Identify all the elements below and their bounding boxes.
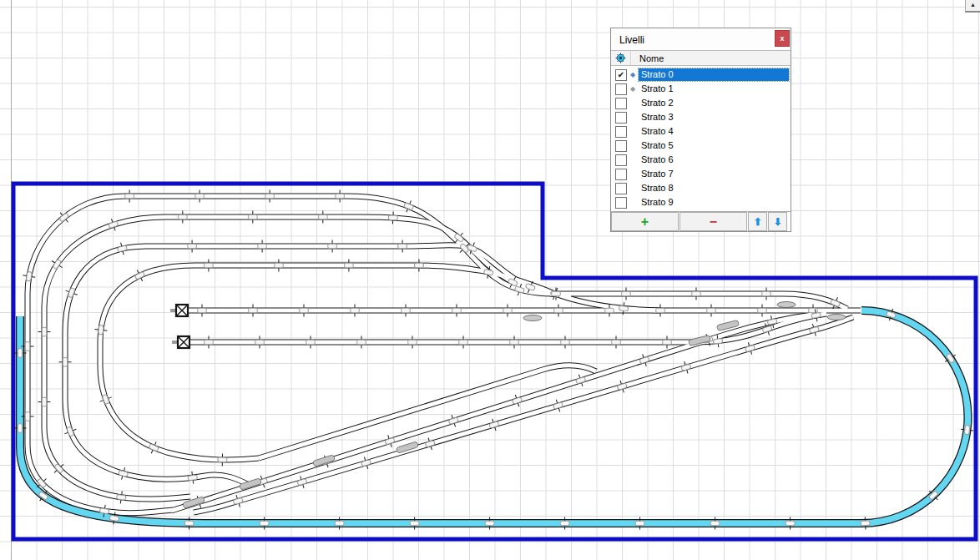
rail-joint [425, 441, 435, 447]
layer-visible-checkbox[interactable] [615, 126, 627, 138]
rail-joint [552, 291, 561, 296]
layer-row-strato-5[interactable]: Strato 5 [611, 139, 791, 153]
track-accessory-marker [523, 315, 542, 321]
layer-row-strato-4[interactable]: Strato 4 [611, 124, 791, 139]
eye-icon [615, 53, 626, 63]
visibility-column-cell [611, 51, 631, 65]
rail-joint [489, 421, 499, 428]
scroll-up-button[interactable]: ▲ [965, 0, 980, 13]
rail-joint [811, 312, 821, 318]
rail-joint [656, 308, 665, 313]
layer-name[interactable]: Strato 9 [639, 196, 789, 209]
rail-joint [274, 263, 283, 268]
layer-name[interactable]: Strato 1 [639, 83, 789, 95]
diamond-blue-icon: ◆ [627, 69, 639, 81]
rail-joint [619, 305, 628, 311]
layer-row-strato-1[interactable]: ◆Strato 1 [611, 82, 791, 96]
layer-visible-checkbox[interactable] [615, 98, 627, 109]
rail-joint [414, 263, 423, 268]
buffer-stop[interactable] [170, 305, 188, 316]
rail-joint [109, 221, 119, 229]
layer-name[interactable]: Strato 8 [639, 182, 789, 194]
rail-joint [635, 521, 644, 526]
rail-joint [388, 215, 397, 220]
rail-joint [42, 397, 47, 406]
rail-joint [184, 521, 194, 526]
rail-joint [639, 356, 649, 364]
rail-joint [198, 308, 207, 313]
rail-joint [681, 364, 691, 371]
layer-name[interactable]: Strato 3 [639, 111, 789, 124]
rail-joint [707, 308, 716, 313]
rail-joint [561, 340, 570, 345]
rail-joint [861, 521, 870, 526]
rail-joint [692, 291, 701, 296]
rail-joint [605, 308, 614, 313]
rail-joint [25, 342, 30, 351]
rail-joint [452, 308, 462, 313]
track-plan-canvas[interactable] [0, 0, 980, 560]
rail-joint [617, 383, 627, 390]
rail-joint [745, 345, 755, 351]
layer-row-strato-3[interactable]: Strato 3 [611, 110, 791, 124]
name-column-header[interactable]: Nome [631, 53, 664, 63]
rail-joint [964, 425, 970, 435]
layer-name[interactable]: Strato 5 [639, 139, 789, 152]
rail-joint [328, 244, 337, 249]
layer-name[interactable]: Strato 7 [639, 168, 789, 180]
remove-layer-button[interactable]: − [679, 212, 747, 231]
layer-row-strato-6[interactable]: Strato 6 [611, 153, 791, 167]
layer-row-strato-8[interactable]: Strato 8 [611, 181, 791, 195]
rail-joint [63, 357, 68, 366]
rail-joint [946, 353, 955, 363]
rail-joint [357, 340, 366, 345]
rail-joint [18, 349, 23, 358]
layer-name[interactable]: Strato 4 [639, 125, 789, 138]
layer-name[interactable]: Strato 6 [639, 154, 789, 166]
layers-panel: Livelli x Nome ✔◆Strato 0◆Strato 1Strato… [610, 28, 791, 232]
rail-joint [560, 521, 569, 526]
panel-title: Livelli [619, 34, 644, 46]
layer-row-strato-9[interactable]: Strato 9 [611, 195, 791, 209]
move-layer-down-button[interactable]: ⬇ [768, 212, 787, 231]
layer-visible-checkbox[interactable]: ✔ [615, 69, 627, 81]
layer-visible-checkbox[interactable] [615, 169, 627, 180]
rail-joint [758, 308, 767, 313]
rail-joint [18, 424, 23, 433]
close-button[interactable]: x [775, 30, 790, 47]
rail-joint [809, 308, 818, 313]
rail-joint [459, 340, 468, 345]
rail-joint [448, 417, 458, 425]
layer-row-strato-0[interactable]: ✔◆Strato 0 [611, 68, 791, 82]
track-accessory-marker [827, 315, 846, 320]
layers-list: ✔◆Strato 0◆Strato 1Strato 2Strato 3Strat… [611, 66, 791, 211]
layer-name[interactable]: Strato 2 [639, 97, 789, 109]
rail-joint [260, 521, 269, 526]
rail-joint [503, 308, 513, 313]
layer-visible-checkbox[interactable] [615, 197, 627, 209]
layer-visible-checkbox[interactable] [615, 112, 627, 124]
rail-joint [125, 194, 134, 199]
rail-joint [663, 340, 672, 345]
rail-joint [119, 470, 129, 477]
layer-name[interactable]: Strato 0 [639, 68, 789, 81]
buffer-stop[interactable] [172, 336, 189, 348]
rail-joint [344, 263, 353, 268]
layers-panel-title-bar[interactable]: Livelli x [611, 28, 791, 50]
layer-row-strato-7[interactable]: Strato 7 [611, 167, 791, 181]
rail-joint [713, 338, 723, 344]
layer-visible-checkbox[interactable] [615, 183, 627, 194]
layer-visible-checkbox[interactable] [615, 83, 627, 95]
rail-joint [398, 244, 407, 249]
add-layer-button[interactable]: + [611, 212, 679, 231]
close-icon: x [780, 34, 784, 43]
layer-row-strato-2[interactable]: Strato 2 [611, 96, 791, 110]
move-layer-up-button[interactable]: ⬆ [748, 212, 767, 231]
layer-visible-checkbox[interactable] [615, 140, 627, 152]
layout-boundary[interactable] [13, 184, 976, 539]
rail-joint [306, 340, 316, 345]
rail-joint [612, 340, 621, 345]
rail-joint [335, 521, 344, 526]
layer-visible-checkbox[interactable] [615, 154, 627, 166]
rail-joint [402, 308, 411, 313]
